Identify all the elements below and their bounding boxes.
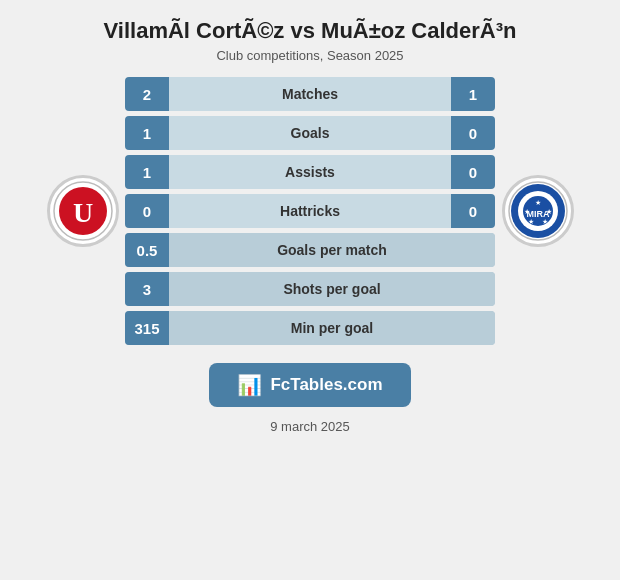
main-area: U 2Matches11Goals01Assists00Hattricks00.… xyxy=(10,77,610,345)
stat-val-right: 0 xyxy=(451,116,495,150)
match-title: VillamÃl CortÃ©z vs MuÃ±oz CalderÃ³n xyxy=(104,18,517,44)
stat-label: Assists xyxy=(169,155,451,189)
stat-val-left: 3 xyxy=(125,272,169,306)
stat-val-left: 0 xyxy=(125,194,169,228)
fctables-badge: 📊 FcTables.com xyxy=(209,363,410,407)
stat-row: 315Min per goal xyxy=(125,311,495,345)
logo-ldu-image: U xyxy=(47,175,119,247)
svg-text:U: U xyxy=(72,197,92,228)
fctables-icon: 📊 xyxy=(237,373,262,397)
stat-row: 3Shots per goal xyxy=(125,272,495,306)
stat-val-right: 1 xyxy=(451,77,495,111)
stat-row: 2Matches1 xyxy=(125,77,495,111)
logo-emelec-image: ★ ★ ★ ★ ★ MIRA xyxy=(502,175,574,247)
stat-label: Goals per match xyxy=(169,233,495,267)
stat-label: Matches xyxy=(169,77,451,111)
stat-label: Min per goal xyxy=(169,311,495,345)
stat-row: 1Goals0 xyxy=(125,116,495,150)
stat-row: 1Assists0 xyxy=(125,155,495,189)
stat-label: Hattricks xyxy=(169,194,451,228)
match-subtitle: Club competitions, Season 2025 xyxy=(216,48,403,63)
stat-val-right: 0 xyxy=(451,194,495,228)
logo-left: U xyxy=(40,175,125,247)
stat-row: 0Hattricks0 xyxy=(125,194,495,228)
svg-text:★: ★ xyxy=(542,218,548,225)
date-footer: 9 march 2025 xyxy=(270,419,350,434)
stat-val-left: 315 xyxy=(125,311,169,345)
main-container: VillamÃl CortÃ©z vs MuÃ±oz CalderÃ³n Clu… xyxy=(0,0,620,580)
stat-label: Shots per goal xyxy=(169,272,495,306)
stat-val-left: 1 xyxy=(125,155,169,189)
svg-text:★: ★ xyxy=(528,218,534,225)
svg-text:★: ★ xyxy=(535,199,541,206)
stat-val-left: 0.5 xyxy=(125,233,169,267)
stat-row: 0.5Goals per match xyxy=(125,233,495,267)
stat-val-right: 0 xyxy=(451,155,495,189)
stat-label: Goals xyxy=(169,116,451,150)
stats-block: 2Matches11Goals01Assists00Hattricks00.5G… xyxy=(125,77,495,345)
logo-right: ★ ★ ★ ★ ★ MIRA xyxy=(495,175,580,247)
svg-text:MIRA: MIRA xyxy=(526,209,549,219)
stat-val-left: 2 xyxy=(125,77,169,111)
stat-val-left: 1 xyxy=(125,116,169,150)
fctables-text: FcTables.com xyxy=(270,375,382,395)
